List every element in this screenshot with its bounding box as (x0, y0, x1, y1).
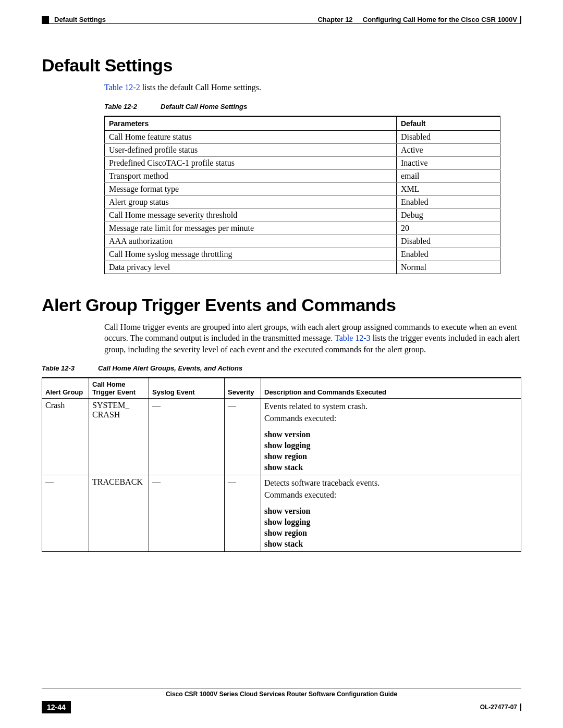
table-12-2-link[interactable]: Table 12-2 (104, 83, 140, 92)
page-footer: Cisco CSR 1000V Series Cloud Services Ro… (42, 688, 521, 713)
header-section: Default Settings (54, 16, 106, 23)
table-row: Call Home syslog message throttlingEnabl… (105, 248, 500, 261)
footer-guide-title: Cisco CSR 1000V Series Cloud Services Ro… (42, 690, 521, 698)
page-number-badge: 12-44 (42, 701, 71, 713)
footer-bar-icon (520, 704, 521, 711)
table-12-3-caption: Table 12-3Call Home Alert Groups, Events… (42, 364, 521, 372)
col-parameters: Parameters (105, 116, 397, 131)
table-row: AAA authorizationDisabled (105, 235, 500, 248)
header-chapter-title: Configuring Call Home for the Cisco CSR … (363, 16, 517, 23)
table-row: — TRACEBACK — — Detects software traceba… (42, 475, 521, 552)
page-header: Default Settings Chapter 12 Configuring … (42, 16, 521, 23)
table-row: Message rate limit for messages per minu… (105, 221, 500, 235)
col-severity: Severity (225, 378, 261, 399)
heading-default-settings: Default Settings (42, 55, 521, 76)
table-row: Crash SYSTEM_CRASH — — Events related to… (42, 399, 521, 475)
table-12-3-link[interactable]: Table 12-3 (335, 334, 371, 342)
table-row: Call Home message severity thresholdDebu… (105, 208, 500, 221)
table-alert-groups: Alert Group Call Home Trigger Event Sysl… (42, 377, 521, 552)
intro-paragraph-2: Call Home trigger events are grouped int… (104, 322, 521, 355)
intro-paragraph-1: Table 12-2 lists the default Call Home s… (104, 82, 521, 93)
col-trigger-event: Call Home Trigger Event (89, 378, 149, 399)
table-12-2-caption: Table 12-2Default Call Home Settings (104, 103, 521, 110)
col-description: Description and Commands Executed (261, 378, 521, 399)
heading-alert-group: Alert Group Trigger Events and Commands (42, 295, 521, 315)
table-default-settings: Parameters Default Call Home feature sta… (104, 116, 500, 274)
table-row: User-defined profile statusActive (105, 143, 500, 156)
table-row: Transport methodemail (105, 169, 500, 182)
table-row: Data privacy levelNormal (105, 261, 500, 274)
doc-id: OL-27477-07 (480, 704, 517, 711)
col-default: Default (397, 116, 500, 131)
header-bar-icon (520, 16, 521, 23)
col-alert-group: Alert Group (42, 378, 89, 399)
table-row: Alert group statusEnabled (105, 195, 500, 208)
col-syslog-event: Syslog Event (149, 378, 225, 399)
header-bullet-icon (42, 16, 49, 23)
table-row: Message format typeXML (105, 182, 500, 195)
header-chapter-label: Chapter 12 (317, 16, 352, 23)
table-row: Call Home feature statusDisabled (105, 130, 500, 143)
table-row: Predefined CiscoTAC-1 profile statusInac… (105, 156, 500, 169)
